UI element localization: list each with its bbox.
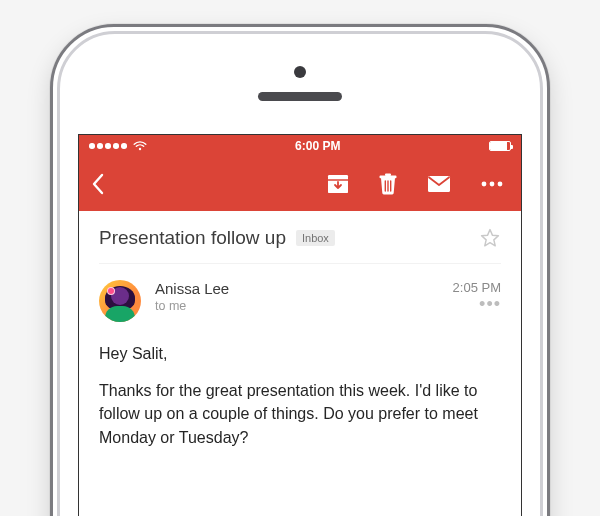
back-button[interactable] xyxy=(85,167,111,201)
svg-point-8 xyxy=(490,182,495,187)
battery-icon xyxy=(489,141,511,151)
email-body: Hey Salit, Thanks for the great presenta… xyxy=(99,342,501,449)
star-outline-icon xyxy=(479,227,501,249)
archive-icon xyxy=(327,174,349,194)
chevron-left-icon xyxy=(91,173,105,195)
star-button[interactable] xyxy=(479,227,501,249)
email-body-greeting: Hey Salit, xyxy=(99,342,501,365)
subject-row: Presentation follow up Inbox xyxy=(99,227,501,264)
wifi-icon xyxy=(133,141,147,151)
recipient-line[interactable]: to me xyxy=(155,299,439,313)
trash-button[interactable] xyxy=(373,167,403,201)
envelope-icon xyxy=(427,175,451,193)
sender-avatar[interactable] xyxy=(99,280,141,322)
email-body-paragraph: Thanks for the great presentation this w… xyxy=(99,379,501,449)
email-more-button[interactable]: ••• xyxy=(453,299,501,309)
phone-camera xyxy=(294,66,306,78)
svg-point-7 xyxy=(482,182,487,187)
signal-dots xyxy=(89,143,127,149)
status-time: 6:00 PM xyxy=(147,139,490,153)
folder-label[interactable]: Inbox xyxy=(296,230,335,246)
sender-row: Anissa Lee to me 2:05 PM ••• xyxy=(99,264,501,330)
archive-button[interactable] xyxy=(321,168,355,200)
more-horiz-icon xyxy=(481,181,503,187)
more-button[interactable] xyxy=(475,175,509,193)
email-subject: Presentation follow up xyxy=(99,227,286,249)
phone-frame: 6:00 PM xyxy=(50,24,550,516)
sender-name[interactable]: Anissa Lee xyxy=(155,280,439,297)
app-bar xyxy=(79,157,521,211)
email-time: 2:05 PM xyxy=(453,280,501,295)
svg-rect-5 xyxy=(385,174,391,177)
trash-icon xyxy=(379,173,397,195)
email-content: Presentation follow up Inbox xyxy=(79,211,521,483)
mark-unread-button[interactable] xyxy=(421,169,457,199)
phone-speaker xyxy=(258,92,342,101)
status-bar: 6:00 PM xyxy=(79,135,521,157)
phone-screen: 6:00 PM xyxy=(78,134,522,516)
svg-point-9 xyxy=(498,182,503,187)
